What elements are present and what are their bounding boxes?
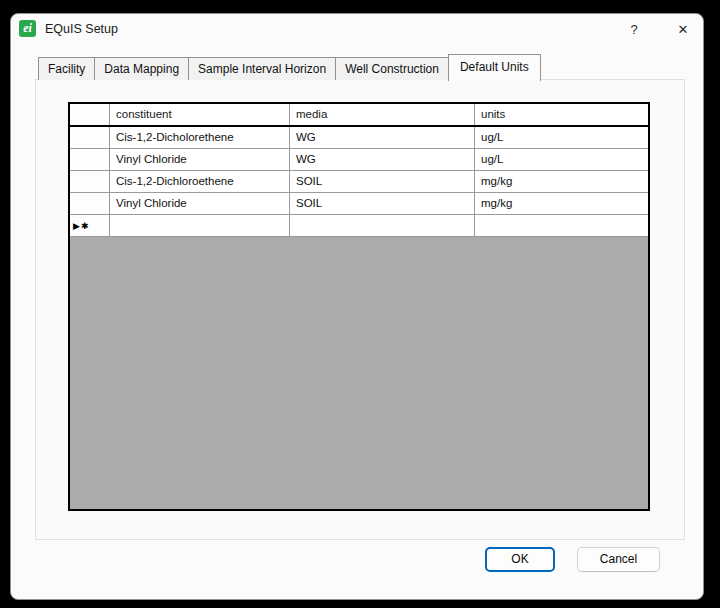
ok-button[interactable]: OK xyxy=(485,547,555,572)
grid-empty-area xyxy=(70,237,648,507)
grid-header-row: constituent media units xyxy=(70,104,648,127)
new-row-header[interactable]: ▶✱ xyxy=(70,215,110,236)
row-header[interactable] xyxy=(70,127,110,148)
cell-media[interactable]: WG xyxy=(290,149,475,170)
cell-units[interactable]: ug/L xyxy=(475,149,648,170)
table-row: Vinyl Chloride WG ug/L xyxy=(70,149,648,171)
help-button[interactable]: ? xyxy=(619,18,649,42)
screenshot-background: ei EQuIS Setup ? ✕ Facility Data Mapping… xyxy=(0,0,720,608)
equis-logo-icon: ei xyxy=(19,20,36,37)
cancel-button[interactable]: Cancel xyxy=(577,547,660,572)
new-row: ▶✱ xyxy=(70,215,648,237)
cell-media[interactable] xyxy=(290,215,475,236)
window-title: EQuIS Setup xyxy=(45,20,118,38)
close-icon[interactable]: ✕ xyxy=(668,18,698,42)
column-header-units[interactable]: units xyxy=(475,104,648,125)
cell-media[interactable]: WG xyxy=(290,127,475,148)
new-row-indicator-icon: ▶✱ xyxy=(73,221,89,231)
cell-media[interactable]: SOIL xyxy=(290,171,475,192)
cell-constituent[interactable]: Cis-1,2-Dichloroethene xyxy=(110,171,290,192)
grid-corner-header[interactable] xyxy=(70,104,110,125)
cell-units[interactable] xyxy=(475,215,648,236)
tab-data-mapping[interactable]: Data Mapping xyxy=(94,57,189,80)
title-bar: ei EQuIS Setup ? ✕ xyxy=(11,14,703,46)
tab-default-units[interactable]: Default Units xyxy=(448,54,541,81)
row-header[interactable] xyxy=(70,149,110,170)
column-header-constituent[interactable]: constituent xyxy=(110,104,290,125)
table-row: Cis-1,2-Dicholorethene WG ug/L xyxy=(70,127,648,149)
cell-constituent[interactable] xyxy=(110,215,290,236)
cell-constituent[interactable]: Cis-1,2-Dicholorethene xyxy=(110,127,290,148)
cell-units[interactable]: mg/kg xyxy=(475,171,648,192)
equis-setup-dialog: ei EQuIS Setup ? ✕ Facility Data Mapping… xyxy=(10,13,704,600)
tab-strip: Facility Data Mapping Sample Interval Ho… xyxy=(38,53,540,80)
column-header-media[interactable]: media xyxy=(290,104,475,125)
row-header[interactable] xyxy=(70,193,110,214)
cell-constituent[interactable]: Vinyl Chloride xyxy=(110,149,290,170)
tab-facility[interactable]: Facility xyxy=(38,57,95,80)
tab-well-construction[interactable]: Well Construction xyxy=(335,57,449,80)
default-units-grid: constituent media units Cis-1,2-Dicholor… xyxy=(68,102,650,511)
cell-media[interactable]: SOIL xyxy=(290,193,475,214)
cell-units[interactable]: mg/kg xyxy=(475,193,648,214)
cell-constituent[interactable]: Vinyl Chloride xyxy=(110,193,290,214)
table-row: Vinyl Chloride SOIL mg/kg xyxy=(70,193,648,215)
tab-sample-interval-horizon[interactable]: Sample Interval Horizon xyxy=(188,57,336,80)
cell-units[interactable]: ug/L xyxy=(475,127,648,148)
table-row: Cis-1,2-Dichloroethene SOIL mg/kg xyxy=(70,171,648,193)
row-header[interactable] xyxy=(70,171,110,192)
